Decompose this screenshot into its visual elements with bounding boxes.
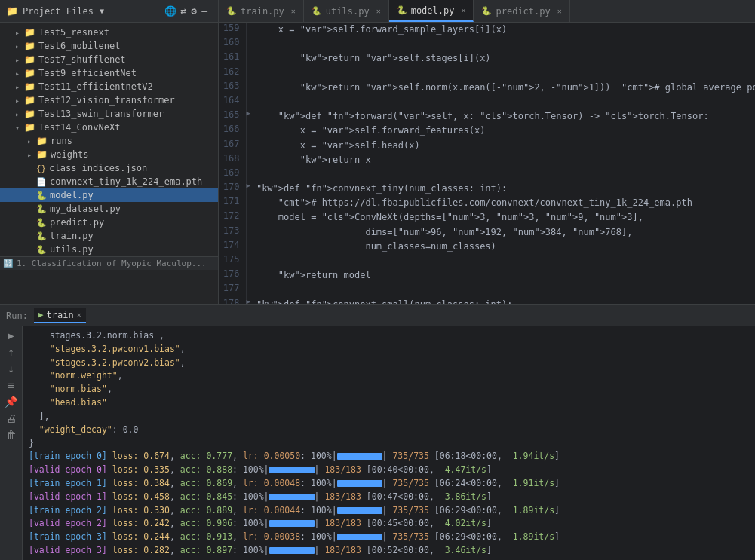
terminal-line: [valid epoch 3] loss: 0.282, acc: 0.897:… xyxy=(29,544,749,558)
line-content: x = "var">self.forward_sample_layers[i](… xyxy=(250,23,755,37)
folder-icon: 📁 xyxy=(24,81,35,92)
line-number: 171 xyxy=(219,196,246,210)
code-line: 162 xyxy=(219,66,755,81)
tab-close[interactable]: ✕ xyxy=(461,6,465,14)
tree-label: Test7_shufflenet xyxy=(38,54,126,65)
sidebar-item-my_dataset[interactable]: 🐍my_dataset.py xyxy=(0,202,218,216)
terminal-line: [valid epoch 1] loss: 0.458, acc: 0.845:… xyxy=(29,491,749,504)
code-line: 177 xyxy=(219,283,755,297)
file-icon: 🐍 xyxy=(36,218,47,228)
file-icon: 📄 xyxy=(36,177,47,187)
sidebar-item-test13[interactable]: ▸📁Test13_swin_transformer xyxy=(0,107,218,121)
tab-close[interactable]: ✕ xyxy=(557,7,562,15)
scroll-up-icon[interactable]: ↑ xyxy=(8,346,14,358)
globe-icon[interactable]: 🌐 xyxy=(164,5,176,17)
line-number: 170 xyxy=(219,182,246,196)
folder-icon: 📁 xyxy=(24,109,35,119)
folder-icon: 📁 xyxy=(24,95,35,106)
run-icon: ▶ xyxy=(38,310,44,320)
line-number: 168 xyxy=(219,153,246,167)
folder-icon: 📁 xyxy=(24,122,35,133)
file-icon: {} xyxy=(36,164,46,173)
line-number: 174 xyxy=(219,240,246,254)
sidebar-item-test7[interactable]: ▸📁Test7_shufflenet xyxy=(0,53,218,66)
code-content: 159 x = "var">self.forward_sample_layers… xyxy=(219,23,755,304)
tree-arrow-icon: ▸ xyxy=(15,83,23,91)
terminal-line: [train epoch 1] loss: 0.384, acc: 0.869,… xyxy=(29,477,749,491)
file-icon: 🐍 xyxy=(36,191,47,200)
terminal-line: "stages.3.2.pwconv2.bias", xyxy=(29,357,749,370)
file-icon: 🐍 xyxy=(226,6,237,16)
tree-label: model.py xyxy=(50,190,94,200)
line-number: 167 xyxy=(219,139,246,153)
line-content xyxy=(250,95,755,109)
folder-icon: 📁 xyxy=(24,41,35,51)
line-gutter: ▶ xyxy=(246,298,250,304)
line-content xyxy=(250,167,755,182)
sidebar-item-utils_py[interactable]: 🐍utils.py xyxy=(0,243,218,256)
code-line: 174 num_classes=num_classes) xyxy=(219,240,755,254)
sidebar-item-test11[interactable]: ▸📁Test11_efficientnetV2 xyxy=(0,80,218,93)
tree-arrow-icon: ▸ xyxy=(15,42,23,50)
project-files-header: 📁 Project Files ▼ 🌐 ⇄ ⚙ — xyxy=(0,0,219,22)
tree-label: Test12_vision_transformer xyxy=(38,95,175,106)
sidebar-item-test14[interactable]: ▾📁Test14_ConvNeXt xyxy=(0,121,218,134)
wrap-icon[interactable]: ≡ xyxy=(8,379,14,391)
tree-label: Test5_resnext xyxy=(38,27,109,38)
sidebar-item-model_py[interactable]: 🐍model.py xyxy=(0,188,218,202)
sidebar-item-test9[interactable]: ▸📁Test9_efficientNet xyxy=(0,66,218,80)
tab-train[interactable]: 🐍train.py✕ xyxy=(219,0,304,22)
sidebar-item-class_indices[interactable]: {}class_indices.json xyxy=(0,161,218,175)
sidebar-status: 🔢1. Classification of Myopic Maculop... xyxy=(0,256,218,270)
line-content: "cmt"># https://dl.fbaipublicfiles.com/c… xyxy=(250,196,755,210)
play-icon[interactable]: ▶ xyxy=(8,329,14,341)
sidebar-item-predict_py[interactable]: 🐍predict.py xyxy=(0,216,218,229)
sidebar: ▸📁Test5_resnext▸📁Test6_mobilenet▸📁Test7_… xyxy=(0,23,219,304)
tab-predict[interactable]: 🐍predict.py✕ xyxy=(474,0,569,22)
sync-icon[interactable]: ⇄ xyxy=(181,5,187,17)
line-number: 172 xyxy=(219,210,246,225)
tab-utils[interactable]: 🐍utils.py✕ xyxy=(304,0,389,22)
dropdown-arrow-icon[interactable]: ▼ xyxy=(100,7,104,15)
terminal-content[interactable]: stages.3.2.norm.bias , "stages.3.2.pwcon… xyxy=(23,326,755,560)
tab-label: predict.py xyxy=(496,6,550,17)
run-tab[interactable]: ▶ train ✕ xyxy=(34,308,86,323)
tab-close[interactable]: ✕ xyxy=(291,7,296,15)
tab-model[interactable]: 🐍model.py✕ xyxy=(389,0,474,22)
line-content: x = "var">self.forward_features(x) xyxy=(250,124,755,138)
main-content: ▸📁Test5_resnext▸📁Test6_mobilenet▸📁Test7_… xyxy=(0,23,755,304)
tree-arrow-icon: ▸ xyxy=(27,151,35,159)
terminal-line: } xyxy=(29,437,749,451)
tab-close[interactable]: ✕ xyxy=(376,7,381,15)
terminal-line: [valid epoch 0] loss: 0.335, acc: 0.888:… xyxy=(29,464,749,477)
editor-area[interactable]: 159 x = "var">self.forward_sample_layers… xyxy=(219,23,755,304)
terminal-line: "norm.bias", xyxy=(29,383,749,396)
scroll-down-icon[interactable]: ↓ xyxy=(8,363,14,375)
terminal-line: [train epoch 2] loss: 0.330, acc: 0.889,… xyxy=(29,504,749,518)
sidebar-item-test6[interactable]: ▸📁Test6_mobilenet xyxy=(0,39,218,53)
line-content: "kw">return "var">self.norm(x.mean([-"nu… xyxy=(250,81,755,95)
gear-icon[interactable]: ⚙ xyxy=(191,5,197,17)
line-number: 178 xyxy=(219,298,246,304)
header-actions: 🌐 ⇄ ⚙ — xyxy=(164,5,212,17)
print-icon[interactable]: 🖨 xyxy=(6,412,17,424)
tree-label: class_indices.json xyxy=(49,163,147,173)
pin-icon[interactable]: 📌 xyxy=(5,396,17,408)
run-tab-close[interactable]: ✕ xyxy=(77,311,81,319)
minimize-icon[interactable]: — xyxy=(201,5,207,17)
tree-label: my_dataset.py xyxy=(50,203,121,214)
code-line: 165▶ "kw">def "fn">forward("var">self, x… xyxy=(219,109,755,124)
line-number: 163 xyxy=(219,81,246,95)
sidebar-item-test12[interactable]: ▸📁Test12_vision_transformer xyxy=(0,93,218,107)
sidebar-item-test5[interactable]: ▸📁Test5_resnext xyxy=(0,26,218,39)
sidebar-item-convnext_tiny[interactable]: 📄convnext_tiny_1k_224_ema.pth xyxy=(0,175,218,188)
sidebar-item-train_py[interactable]: 🐍train.py xyxy=(0,229,218,243)
sidebar-item-runs[interactable]: ▸📁runs xyxy=(0,134,218,148)
code-line: 164 xyxy=(219,95,755,109)
line-content: model = "cls">ConvNeXt(depths=["num">3, … xyxy=(250,210,755,225)
line-number: 159 xyxy=(219,23,246,37)
tree-label: train.py xyxy=(50,231,94,241)
code-line: 161 "kw">return "var">self.stages[i](x) xyxy=(219,51,755,66)
trash-icon[interactable]: 🗑 xyxy=(6,429,17,441)
sidebar-item-weights[interactable]: ▸📁weights xyxy=(0,148,218,161)
